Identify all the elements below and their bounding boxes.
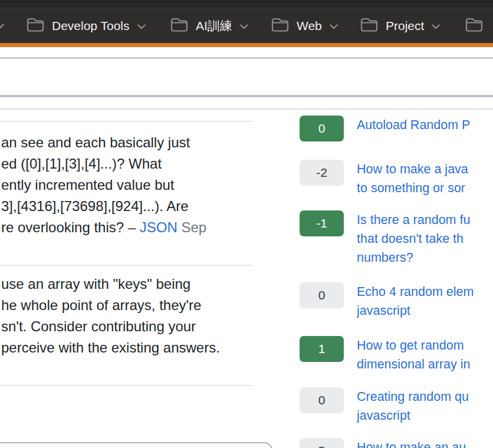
- comment-separator: [0, 265, 253, 266]
- related-question-row: 0 Echo 4 random elem javascript: [300, 282, 493, 320]
- chevron-down-icon: [240, 22, 248, 29]
- bookmark-folder-develop-tools[interactable]: Develop Tools: [27, 8, 146, 43]
- folder-icon: [360, 18, 378, 34]
- folder-icon: [271, 18, 289, 34]
- comment-text-line: ently incremented value but: [1, 174, 206, 196]
- related-question-link[interactable]: Is there a random fu that doesn't take t…: [357, 210, 493, 267]
- related-question-row: 0 Autoload Random P: [300, 116, 493, 141]
- comment-text-fragment: re overlooking this? –: [1, 219, 140, 235]
- bookmark-folder-label: Develop Tools: [52, 19, 130, 33]
- bookmark-folder-project[interactable]: Project: [360, 8, 440, 43]
- answer-score-badge: 0: [300, 116, 344, 141]
- chevron-down-icon: [0, 22, 4, 29]
- chevron-down-icon: [330, 22, 338, 29]
- comment: use an array with "keys" being he whole …: [1, 274, 220, 358]
- related-question-row: -2 How to make a java to something or so…: [300, 160, 493, 197]
- related-question-row: 0 Creating random qu javascript: [300, 387, 493, 425]
- folder-icon: [27, 18, 44, 34]
- related-question-title-line: Echo 4 random elem: [357, 282, 493, 301]
- related-question-link[interactable]: How to get random dimensional array in: [357, 336, 493, 374]
- bookmark-folder-label: Project: [386, 19, 424, 33]
- answer-score-badge: -2: [300, 160, 344, 186]
- related-question-link[interactable]: How to make an au: [357, 438, 493, 448]
- related-question-title-line: How to make a java: [357, 160, 493, 179]
- comment-separator: [0, 121, 253, 122]
- related-question-title-line: How to get random: [357, 336, 493, 355]
- bookmark-overflow-chevron[interactable]: [0, 8, 4, 43]
- folder-icon: [465, 18, 483, 34]
- comment: an see and each basically just ed ([0],[…: [1, 132, 206, 238]
- answer-score-badge: 0: [300, 387, 344, 413]
- related-question-row: 5 How to make an au: [300, 438, 493, 448]
- comment-text-line: re overlooking this? – JSON Sep: [1, 217, 206, 238]
- related-question-row: -1 Is there a random fu that doesn't tak…: [300, 210, 493, 267]
- answer-score-badge: 0: [300, 282, 344, 308]
- related-question-title-line: Creating random qu: [357, 387, 493, 406]
- comment-text-line: he whole point of arrays, they're: [1, 295, 220, 316]
- related-question-title-line: javascript: [357, 301, 493, 320]
- bookmark-folder-label: AI訓練: [196, 18, 232, 34]
- window-titlebar: [0, 0, 493, 8]
- comment-input-box[interactable]: [0, 442, 272, 448]
- topbar-orange-accent: [0, 43, 493, 47]
- related-question-title-line: to something or sor: [357, 179, 493, 197]
- comment-separator: [0, 385, 253, 386]
- related-question-title-line: that doesn't take th: [357, 229, 493, 248]
- comment-text-line: 3],[4316],[73698],[924]...). Are: [1, 196, 206, 217]
- answer-score-badge: -1: [300, 210, 344, 236]
- related-question-link[interactable]: Autoload Random P: [357, 116, 493, 134]
- related-question-title-line: dimensional array in: [357, 355, 493, 374]
- chevron-down-icon: [432, 22, 440, 29]
- comment-text-line: ed ([0],[1],[3],[4]...)? What: [1, 153, 206, 174]
- answer-score-badge: 1: [300, 336, 344, 362]
- related-question-link[interactable]: How to make a java to something or sor: [357, 160, 493, 197]
- comment-text-line: use an array with "keys" being: [1, 274, 220, 295]
- chevron-down-icon: [137, 22, 146, 29]
- bookmark-folder-ai-training[interactable]: AI訓練: [170, 8, 248, 43]
- folder-icon: [170, 18, 188, 34]
- answer-score-badge: 5: [300, 438, 344, 448]
- comment-text-line: perceive with the existing answers.: [1, 337, 220, 358]
- related-question-link[interactable]: Creating random qu javascript: [357, 387, 493, 425]
- post-section-border: [0, 95, 493, 97]
- related-question-title-line: numbers?: [357, 248, 493, 267]
- comment-author-link[interactable]: JSON: [140, 219, 178, 235]
- comment-text-line: sn't. Consider contributing your: [1, 316, 220, 337]
- related-question-title-line: Autoload Random P: [357, 116, 493, 134]
- bookmark-folder-partial[interactable]: [465, 8, 483, 43]
- header-bottom-border: [0, 57, 493, 59]
- related-question-title-line: javascript: [357, 406, 493, 425]
- related-question-title-line: Is there a random fu: [357, 210, 493, 229]
- bookmark-folder-web[interactable]: Web: [271, 8, 338, 43]
- comment-date-fragment: Sep: [178, 219, 206, 235]
- comment-text-line: an see and each basically just: [1, 132, 206, 153]
- bookmarks-bar: Develop Tools AI訓練 Web Project: [0, 8, 493, 43]
- related-question-title-line: How to make an au: [357, 438, 493, 448]
- related-question-row: 1 How to get random dimensional array in: [300, 336, 493, 374]
- bookmark-folder-label: Web: [297, 19, 322, 33]
- related-question-link[interactable]: Echo 4 random elem javascript: [357, 282, 493, 320]
- comments-top-border: [0, 108, 493, 110]
